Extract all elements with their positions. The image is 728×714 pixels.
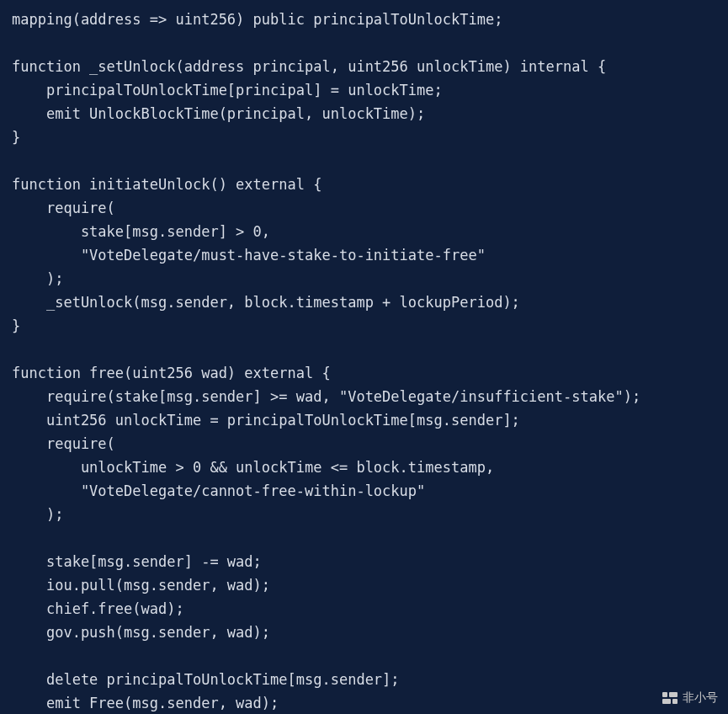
watermark: 非小号 bbox=[662, 690, 718, 706]
code-content: mapping(address => uint256) public princ… bbox=[12, 11, 640, 714]
watermark-logo-icon bbox=[662, 692, 678, 704]
watermark-text: 非小号 bbox=[683, 690, 718, 706]
code-block: mapping(address => uint256) public princ… bbox=[0, 0, 728, 714]
